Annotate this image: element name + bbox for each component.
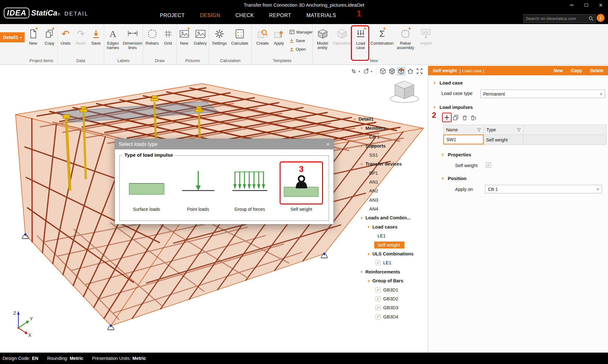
rebar-assembly-button[interactable]: + Rebar assembly xyxy=(395,27,416,50)
new-picture-button[interactable]: + New xyxy=(177,27,192,46)
option-group-of-forces[interactable]: Group of forces xyxy=(228,161,271,212)
apply-template-button[interactable]: Apply xyxy=(271,27,286,46)
option-point-loads[interactable]: Point loads xyxy=(176,161,220,212)
chevron-down-icon[interactable]: ▾ xyxy=(358,70,360,73)
tree-item-gb3d2[interactable]: ✓GB3D2 xyxy=(350,294,428,303)
menu-check[interactable]: CHECK xyxy=(236,13,254,18)
calculate-button[interactable]: +−×÷ Calculate xyxy=(229,27,250,46)
combination-button[interactable]: Σ+ Combination xyxy=(370,27,394,46)
tree-item-le1[interactable]: LE1 xyxy=(350,231,428,240)
template-manager-button[interactable]: Manager xyxy=(289,28,313,36)
tree-item-cb1[interactable]: CB 1 xyxy=(350,133,428,141)
filter-icon[interactable] xyxy=(517,128,521,132)
tree-item-an4[interactable]: AN4 xyxy=(350,204,428,213)
menu-project[interactable]: PROJECT xyxy=(160,13,185,18)
checkbox-checked-icon[interactable]: ✓ xyxy=(376,314,381,319)
cell-name[interactable]: SW1 xyxy=(443,135,484,144)
crop-view-button[interactable] xyxy=(350,67,358,75)
delete-all-load-impulses-button[interactable] xyxy=(470,114,477,121)
home-view-button[interactable] xyxy=(406,67,415,75)
option-surface-loads[interactable]: Surface loads xyxy=(125,161,168,212)
edges-names-button[interactable]: A Edges names xyxy=(104,27,122,50)
save-button[interactable]: Save xyxy=(89,27,103,46)
tree-item-gb3d1[interactable]: ✓GB3D1 xyxy=(350,285,428,294)
wireframe-cube-button[interactable] xyxy=(379,67,387,75)
tree-item-members[interactable]: ∨Members xyxy=(350,123,428,132)
chevron-down-icon[interactable]: ▾ xyxy=(371,70,372,73)
maximize-button[interactable] xyxy=(579,0,593,10)
rebars-button[interactable]: Rebars xyxy=(144,27,160,46)
settings-button[interactable]: Settings xyxy=(210,27,229,46)
tree-item-detail1[interactable]: ∨Detail1 xyxy=(350,115,428,123)
section-load-case[interactable]: ∨ Load case xyxy=(433,80,463,85)
tree-item-an2[interactable]: AN2 xyxy=(350,186,428,195)
model-entity-button[interactable]: Model entity xyxy=(313,27,332,50)
tree-item-uls-combinations[interactable]: ∨ULS Combinations xyxy=(350,249,428,258)
menu-report[interactable]: REPORT xyxy=(269,13,291,18)
checkbox-checked-icon[interactable]: ✓ xyxy=(376,296,381,301)
copy-project-item-button[interactable]: + Copy xyxy=(42,27,58,46)
minimize-button[interactable] xyxy=(564,0,579,10)
template-save-button[interactable]: Save xyxy=(289,37,313,44)
gallery-button[interactable]: Gallery xyxy=(192,27,209,46)
info-badge[interactable]: i xyxy=(597,14,605,22)
delete-action[interactable]: Delete xyxy=(590,68,604,73)
solid-cube-button[interactable] xyxy=(388,67,396,75)
filter-icon[interactable] xyxy=(477,128,481,132)
tree-item-gb3d3[interactable]: ✓GB3D3 xyxy=(350,303,428,312)
tree-item-self-weight-selected[interactable]: Self weight xyxy=(350,240,428,249)
tree-item-gb3d4[interactable]: ✓GB3D4 xyxy=(350,312,428,321)
template-open-button[interactable]: Open xyxy=(289,45,313,53)
project-item-tab[interactable]: Detail1 ▾ xyxy=(0,32,25,42)
delete-load-impulse-button[interactable] xyxy=(461,114,468,121)
subsection-properties[interactable]: ∨ Properties xyxy=(441,152,471,157)
menu-design[interactable]: DESIGN xyxy=(200,13,220,18)
undo-button[interactable]: ↶ Undo xyxy=(58,27,73,46)
tree-item-an1[interactable]: AN1 xyxy=(350,178,428,186)
create-template-button[interactable]: Create xyxy=(254,27,271,46)
close-icon[interactable]: × xyxy=(326,141,330,148)
tree-item-loads-and-combinations[interactable]: ∨Loads and Combin... xyxy=(350,213,428,222)
section-load-impulses[interactable]: ∨ Load impulses xyxy=(433,104,473,110)
tree-item-load-cases[interactable]: ∨Load cases xyxy=(350,223,428,231)
checkbox-checked-icon[interactable]: ✓ xyxy=(376,260,381,265)
cell-type[interactable]: Self weight xyxy=(484,135,523,145)
button-label: Gallery xyxy=(194,41,207,46)
grid-button[interactable]: Grid xyxy=(161,27,175,46)
search-icon[interactable] xyxy=(589,16,593,21)
subsection-position[interactable]: ∨ Position xyxy=(441,176,466,181)
menu-materials[interactable]: MATERIALS xyxy=(306,13,336,18)
tree-item-reinforcements[interactable]: ∨Reinforcements xyxy=(350,267,428,276)
tree-item-an3[interactable]: AN3 xyxy=(350,196,428,204)
search-input[interactable] xyxy=(526,16,589,21)
table-row-sw1[interactable]: SW1 Self weight xyxy=(444,135,606,145)
column-header-name[interactable]: Name xyxy=(444,125,484,135)
load-case-button[interactable]: + Load case xyxy=(352,27,370,50)
shaded-view-button[interactable] xyxy=(397,67,405,75)
tree-item-ss1[interactable]: SS1 xyxy=(350,151,428,160)
tree-item-transfer-devices[interactable]: ∨Transfer devices xyxy=(350,160,428,168)
checkbox-checked-icon[interactable]: ✓ xyxy=(376,305,381,310)
tree-item-bp1[interactable]: BP1 xyxy=(350,168,428,177)
tree-item-le1-combination[interactable]: ✓LE1 xyxy=(350,258,428,267)
tree-item-supports[interactable]: ∨Supports xyxy=(350,141,428,150)
option-label: Point loads xyxy=(176,207,220,212)
load-case-type-select[interactable]: Permanent ∨ xyxy=(480,90,605,98)
new-action[interactable]: New xyxy=(554,68,563,73)
apply-on-select[interactable]: CB 1 ∨ xyxy=(485,185,602,193)
dialog-titlebar[interactable]: Select loads type × xyxy=(115,139,333,149)
option-self-weight[interactable]: 3 Self weight xyxy=(280,161,323,212)
copy-action[interactable]: Copy xyxy=(571,68,582,73)
copy-load-impulse-button[interactable] xyxy=(452,114,459,121)
column-header-type[interactable]: Type xyxy=(484,125,524,135)
checkbox-checked-icon[interactable]: ✓ xyxy=(376,287,381,292)
tree-item-group-of-bars[interactable]: ∨Group of Bars xyxy=(350,276,428,285)
orbit-view-button[interactable] xyxy=(362,67,370,75)
new-project-item-button[interactable]: + New xyxy=(25,27,41,46)
dimension-lines-button[interactable]: Dimension lines xyxy=(122,27,143,50)
navigation-cube[interactable] xyxy=(390,78,420,104)
status-value: Metric xyxy=(132,356,146,361)
close-button[interactable]: × xyxy=(593,0,608,10)
fullscreen-button[interactable] xyxy=(415,67,424,75)
add-load-impulse-button[interactable] xyxy=(443,114,451,121)
